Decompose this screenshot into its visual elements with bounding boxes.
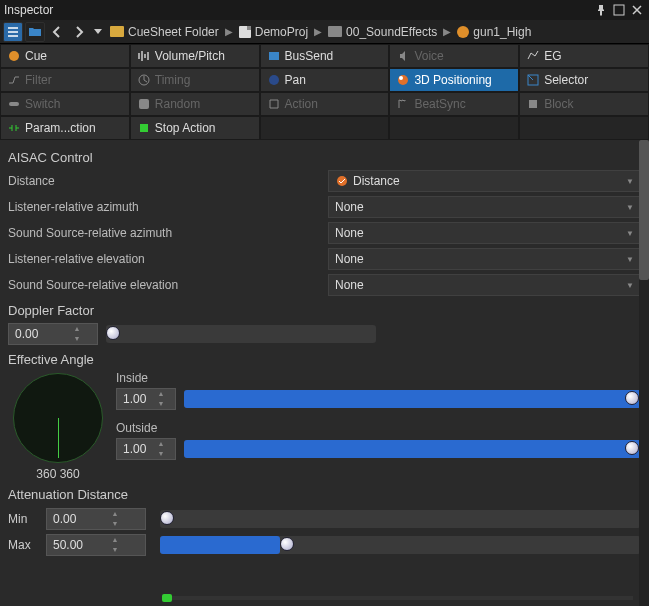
svg-rect-2 <box>269 52 279 60</box>
angle-visualizer <box>13 373 103 463</box>
outside-spinner[interactable]: ▲▼ <box>116 438 176 460</box>
tab-volume-pitch[interactable]: Volume/Pitch <box>130 44 260 68</box>
chevron-down-icon: ▼ <box>626 281 634 290</box>
aisac-select-2[interactable]: None▼ <box>328 222 641 244</box>
tab-pan[interactable]: Pan <box>260 68 390 92</box>
toolbar: CueSheet Folder ▶ DemoProj ▶ 00_SoundEff… <box>0 20 649 44</box>
inside-label: Inside <box>116 371 641 385</box>
aisac-label: Sound Source-relative azimuth <box>8 226 328 240</box>
tab-bar: CueVolume/PitchBusSendVoiceEGFilterTimin… <box>0 44 649 140</box>
spin-down[interactable]: ▼ <box>69 334 85 344</box>
menu-button[interactable] <box>3 22 23 42</box>
tab-random[interactable]: Random <box>130 92 260 116</box>
chevron-down-icon: ▼ <box>626 255 634 264</box>
aisac-select-0[interactable]: Distance▼ <box>328 170 641 192</box>
maximize-button[interactable] <box>611 2 627 18</box>
breadcrumb-folder[interactable]: CueSheet Folder <box>128 25 219 39</box>
inside-slider[interactable] <box>184 390 641 408</box>
folder-icon <box>110 26 124 37</box>
tab-cue[interactable]: Cue <box>0 44 130 68</box>
range-track[interactable] <box>162 596 633 600</box>
att-min-spinner[interactable]: ▲▼ <box>46 508 146 530</box>
chevron-right-icon: ▶ <box>225 26 233 37</box>
nav-forward-button[interactable] <box>69 22 89 42</box>
outside-slider[interactable] <box>184 440 641 458</box>
vertical-scrollbar[interactable] <box>639 140 649 606</box>
folder-button[interactable] <box>25 22 45 42</box>
inside-input[interactable] <box>117 392 153 406</box>
pin-button[interactable] <box>593 2 609 18</box>
attenuation-title: Attenuation Distance <box>8 487 641 502</box>
doppler-slider[interactable] <box>106 325 376 343</box>
chevron-right-icon: ▶ <box>443 26 451 37</box>
svg-rect-10 <box>529 100 537 108</box>
svg-rect-11 <box>140 124 148 132</box>
effective-angle-title: Effective Angle <box>8 352 641 367</box>
close-button[interactable] <box>629 2 645 18</box>
aisac-title: AISAC Control <box>8 150 641 165</box>
tab-eg[interactable]: EG <box>519 44 649 68</box>
aisac-select-3[interactable]: None▼ <box>328 248 641 270</box>
svg-point-4 <box>269 75 279 85</box>
svg-point-12 <box>337 176 347 186</box>
svg-point-6 <box>399 76 403 80</box>
svg-rect-9 <box>139 99 149 109</box>
att-max-slider[interactable] <box>160 536 641 554</box>
chevron-down-icon: ▼ <box>626 177 634 186</box>
att-max-label: Max <box>8 538 40 552</box>
att-max-spinner[interactable]: ▲▼ <box>46 534 146 556</box>
aisac-select-1[interactable]: None▼ <box>328 196 641 218</box>
svg-rect-0 <box>614 5 624 15</box>
outside-label: Outside <box>116 421 641 435</box>
nav-dropdown[interactable] <box>91 22 105 42</box>
cue-icon <box>457 26 469 38</box>
chevron-right-icon: ▶ <box>314 26 322 37</box>
doppler-title: Doppler Factor <box>8 303 641 318</box>
spin-up[interactable]: ▲ <box>69 324 85 334</box>
att-min-label: Min <box>8 512 40 526</box>
outside-input[interactable] <box>117 442 153 456</box>
att-min-input[interactable] <box>47 512 107 526</box>
aisac-select-4[interactable]: None▼ <box>328 274 641 296</box>
folder-icon <box>328 26 342 37</box>
aisac-label: Listener-relative azimuth <box>8 200 328 214</box>
tab-filter[interactable]: Filter <box>0 68 130 92</box>
tab-block[interactable]: Block <box>519 92 649 116</box>
aisac-label: Sound Source-relative elevation <box>8 278 328 292</box>
att-max-input[interactable] <box>47 538 107 552</box>
aisac-label: Listener-relative elevation <box>8 252 328 266</box>
tab-action[interactable]: Action <box>260 92 390 116</box>
chevron-down-icon: ▼ <box>626 229 634 238</box>
breadcrumb-project[interactable]: DemoProj <box>255 25 308 39</box>
att-min-slider[interactable] <box>160 510 641 528</box>
svg-point-5 <box>398 75 408 85</box>
svg-rect-8 <box>9 102 19 106</box>
title-bar: Inspector <box>0 0 649 20</box>
tab-param-ction[interactable]: Param...ction <box>0 116 130 140</box>
aisac-label: Distance <box>8 174 328 188</box>
svg-point-1 <box>9 51 19 61</box>
angle-text: 360 360 <box>8 467 108 481</box>
doppler-input[interactable] <box>9 327 69 341</box>
nav-back-button[interactable] <box>47 22 67 42</box>
sheet-icon <box>239 26 251 38</box>
breadcrumb-cue[interactable]: gun1_High <box>473 25 531 39</box>
breadcrumb-soundfx[interactable]: 00_SoundEffects <box>346 25 437 39</box>
doppler-spinner[interactable]: ▲▼ <box>8 323 98 345</box>
tab-stop-action[interactable]: Stop Action <box>130 116 260 140</box>
tab-voice[interactable]: Voice <box>389 44 519 68</box>
tab-switch[interactable]: Switch <box>0 92 130 116</box>
tab-selector[interactable]: Selector <box>519 68 649 92</box>
window-title: Inspector <box>4 3 53 17</box>
tab-timing[interactable]: Timing <box>130 68 260 92</box>
chevron-down-icon: ▼ <box>626 203 634 212</box>
content-area: AISAC Control DistanceDistance▼Listener-… <box>0 140 649 606</box>
tab-bussend[interactable]: BusSend <box>260 44 390 68</box>
tab-beatsync[interactable]: BeatSync <box>389 92 519 116</box>
tab-3d-positioning[interactable]: 3D Positioning <box>389 68 519 92</box>
inside-spinner[interactable]: ▲▼ <box>116 388 176 410</box>
